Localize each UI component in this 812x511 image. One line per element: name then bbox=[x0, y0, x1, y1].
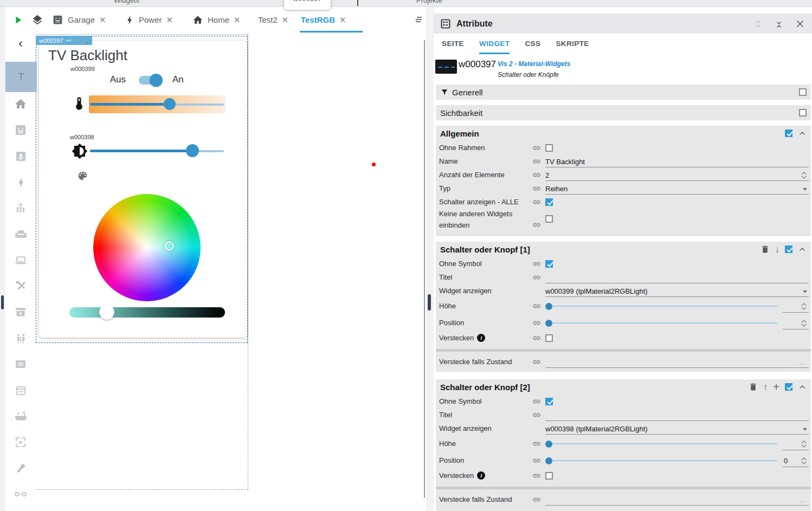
verstecke-falls-input[interactable]: ... bbox=[545, 357, 809, 368]
sidebar-item-family[interactable] bbox=[5, 325, 36, 351]
canvas-scrollbar[interactable] bbox=[424, 40, 425, 498]
link-icon[interactable] bbox=[532, 495, 541, 504]
tab-widget[interactable]: WIDGET bbox=[479, 40, 510, 54]
position-number[interactable] bbox=[783, 316, 809, 329]
tab-close-icon[interactable]: ✕ bbox=[234, 16, 241, 24]
sidebar-item-power[interactable] bbox=[5, 169, 36, 195]
sidebar-item-home[interactable] bbox=[5, 91, 36, 117]
link-icon[interactable] bbox=[532, 439, 541, 448]
hoehe-number[interactable] bbox=[783, 437, 809, 450]
width-icon[interactable]: ⇿ bbox=[74, 37, 79, 44]
sidebar-item-bathroom[interactable] bbox=[5, 403, 36, 429]
link-icon[interactable] bbox=[532, 319, 541, 327]
tab-close-icon[interactable]: ✕ bbox=[166, 16, 173, 24]
widget-library-link[interactable]: Vis 2 - Material-Widgets bbox=[498, 60, 570, 68]
link-icon[interactable] bbox=[532, 273, 541, 282]
sidebar-item-calendar[interactable] bbox=[5, 377, 36, 403]
knopf2-checkbox[interactable] bbox=[785, 383, 792, 391]
hoehe-slider[interactable] bbox=[545, 437, 777, 450]
temp-slider-thumb[interactable] bbox=[164, 98, 176, 110]
hoehe-number[interactable] bbox=[783, 300, 809, 313]
link-icon[interactable] bbox=[532, 198, 541, 206]
position-slider[interactable] bbox=[545, 454, 777, 467]
widget-anzeigen-select[interactable]: w000399 (tplMaterial2RGBLight) bbox=[545, 286, 809, 297]
verstecken-checkbox[interactable] bbox=[545, 334, 553, 342]
tab-power[interactable]: Power ✕ bbox=[125, 7, 173, 33]
widget-anzeigen-select[interactable]: w000398 (tplMaterial2RGBLight) bbox=[545, 423, 809, 435]
link-icon[interactable] bbox=[532, 221, 541, 229]
generell-bar[interactable]: Generell bbox=[436, 85, 811, 100]
resize-arrow-icon[interactable]: ↤ bbox=[66, 37, 71, 44]
more-options-button[interactable]: ... bbox=[799, 358, 807, 366]
value-bar-thumb[interactable] bbox=[99, 305, 114, 320]
sidebar-item-selected[interactable]: T bbox=[5, 62, 37, 92]
generell-checkbox[interactable] bbox=[799, 88, 807, 96]
right-splitter-handle[interactable] bbox=[428, 294, 431, 311]
titel-input[interactable] bbox=[545, 272, 809, 283]
link-icon[interactable] bbox=[532, 358, 541, 366]
position-number[interactable]: 0 bbox=[783, 454, 809, 467]
ohne-symbol-checkbox[interactable] bbox=[545, 260, 553, 268]
add-icon[interactable]: + bbox=[773, 381, 779, 392]
sidebar-item-plant[interactable] bbox=[5, 143, 36, 169]
toggle-thumb[interactable] bbox=[150, 74, 163, 87]
link-icon[interactable] bbox=[532, 411, 541, 419]
number-stepper[interactable] bbox=[800, 320, 808, 327]
link-icon[interactable] bbox=[532, 302, 541, 311]
tab-testrgb[interactable]: TestRGB ✕ bbox=[301, 7, 346, 33]
chevron-up-icon[interactable] bbox=[798, 245, 807, 254]
widget-selection-chip[interactable]: w000397 ↤ ⇿ ⚓ bbox=[36, 36, 92, 45]
chevron-up-icon[interactable] bbox=[798, 129, 807, 138]
info-icon[interactable]: i bbox=[477, 334, 485, 342]
toggle-on-label[interactable]: An bbox=[172, 74, 184, 85]
view-canvas[interactable]: w000397 ↤ ⇿ ⚓ TV Backlight w000399 Aus A… bbox=[36, 33, 425, 511]
anchor-icon[interactable]: ⚓ bbox=[81, 37, 89, 44]
sidebar-item-flashlight[interactable] bbox=[5, 455, 36, 481]
tab-home[interactable]: Home ✕ bbox=[192, 7, 241, 33]
projekte-toolbar-label[interactable]: Projekte bbox=[416, 0, 442, 4]
left-splitter[interactable] bbox=[0, 7, 5, 511]
chevron-up-icon[interactable] bbox=[798, 383, 807, 391]
run-button[interactable] bbox=[12, 7, 24, 33]
link-icon[interactable] bbox=[532, 456, 541, 465]
views-menu-button[interactable] bbox=[412, 7, 425, 33]
tab-test2[interactable]: Test2 ✕ bbox=[258, 7, 288, 33]
tab-seite[interactable]: SEITE bbox=[442, 40, 464, 54]
delete-icon[interactable] bbox=[761, 244, 770, 254]
value-gradient-bar[interactable] bbox=[69, 307, 225, 318]
verstecke-falls-input[interactable]: ... bbox=[545, 494, 809, 506]
keine-widgets-checkbox[interactable] bbox=[545, 215, 553, 223]
link-icon[interactable] bbox=[532, 471, 541, 480]
right-splitter[interactable] bbox=[426, 7, 434, 511]
link-icon[interactable] bbox=[532, 144, 541, 152]
sichtbarkeit-bar[interactable]: Sichtbarkeit bbox=[436, 105, 811, 120]
tab-close-icon[interactable]: ✕ bbox=[99, 16, 106, 24]
ohne-rahmen-checkbox[interactable] bbox=[545, 144, 553, 152]
titel-input[interactable] bbox=[545, 410, 809, 421]
delete-icon[interactable] bbox=[749, 382, 758, 392]
color-wheel[interactable] bbox=[93, 194, 201, 301]
layers-button[interactable] bbox=[31, 7, 43, 33]
tab-garage[interactable]: Garage ✕ bbox=[52, 7, 106, 33]
allgemein-checkbox[interactable] bbox=[785, 130, 792, 137]
hoehe-slider[interactable] bbox=[545, 300, 777, 313]
widget-id-chip[interactable]: w000397 bbox=[284, 0, 331, 10]
tv-backlight-widget[interactable]: TV Backlight w000399 Aus An w000398 bbox=[39, 41, 247, 338]
sichtbarkeit-checkbox[interactable] bbox=[799, 109, 807, 117]
close-panel-icon[interactable] bbox=[795, 18, 805, 29]
widgets-toolbar-label[interactable]: Widgets bbox=[114, 0, 139, 4]
unfold-less-icon[interactable] bbox=[774, 18, 784, 29]
tab-close-icon[interactable]: ✕ bbox=[339, 16, 346, 24]
unfold-more-icon[interactable] bbox=[753, 18, 763, 29]
ohne-symbol-checkbox[interactable] bbox=[545, 398, 553, 405]
info-icon[interactable]: i bbox=[477, 471, 485, 480]
sidebar-collapse-button[interactable] bbox=[5, 33, 36, 55]
link-icon[interactable] bbox=[532, 184, 541, 193]
toggle-off-label[interactable]: Aus bbox=[110, 74, 126, 85]
number-stepper[interactable] bbox=[800, 441, 808, 448]
sidebar-item-storage[interactable] bbox=[5, 299, 36, 325]
allgemein-header[interactable]: Allgemein bbox=[436, 126, 811, 141]
left-splitter-handle[interactable] bbox=[1, 295, 4, 309]
anzahl-input[interactable]: 2 bbox=[545, 170, 809, 181]
sidebar-item-infinity[interactable] bbox=[5, 481, 36, 507]
